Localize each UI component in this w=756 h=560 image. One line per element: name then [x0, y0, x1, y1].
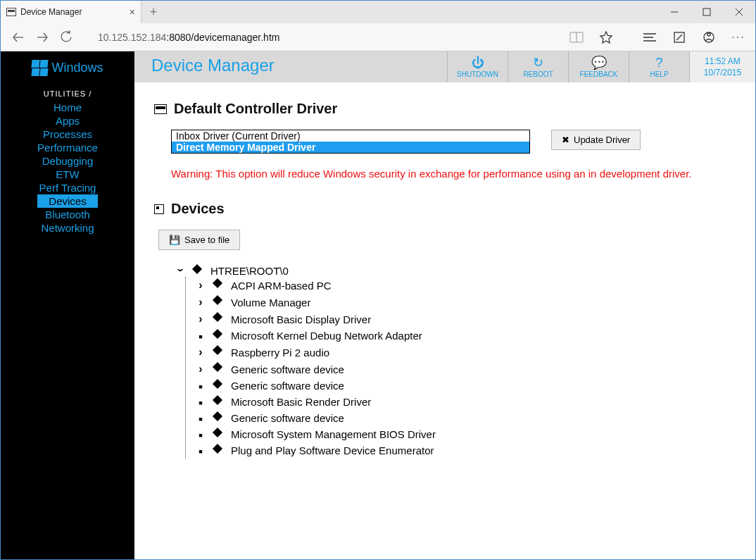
sidebar-item-perf-tracing[interactable]: Perf Tracing [37, 181, 98, 194]
section-devices: Devices [154, 201, 736, 217]
device-tree-item[interactable]: Microsoft Kernel Debug Network Adapter [186, 328, 736, 344]
device-icon [213, 413, 224, 424]
device-label: Generic software device [231, 380, 344, 392]
driver-option[interactable]: Direct Memory Mapped Driver [172, 142, 529, 153]
device-label: Volume Manager [231, 297, 310, 309]
page-topbar: Device Manager ⏻SHUTDOWN↻REBOOT💬FEEDBACK… [134, 51, 755, 82]
topbar-shutdown-button[interactable]: ⏻SHUTDOWN [447, 51, 508, 82]
window-titlebar: Device Manager × + [1, 1, 755, 23]
tree-toggle-icon[interactable] [196, 381, 206, 391]
device-label: Microsoft System Management BIOS Driver [231, 428, 436, 440]
devices-section-title: Devices [171, 201, 225, 217]
tree-toggle-icon[interactable] [196, 446, 206, 456]
sidebar-item-processes[interactable]: Processes [37, 127, 98, 141]
devices-section-icon [154, 204, 164, 214]
device-tree-item[interactable]: Plug and Play Software Device Enumerator [186, 442, 736, 459]
svg-rect-1 [703, 8, 710, 15]
sidebar-item-debugging[interactable]: Debugging [37, 154, 98, 168]
tree-root-label: HTREE\ROOT\0 [210, 265, 289, 277]
tree-toggle-icon[interactable] [196, 430, 206, 440]
favorites-star-icon[interactable] [595, 26, 617, 49]
sidebar-item-devices[interactable]: Devices [37, 194, 98, 208]
device-icon [213, 330, 224, 342]
device-tree-item[interactable]: Volume Manager [186, 294, 736, 311]
device-icon [213, 380, 224, 392]
device-tree-item[interactable]: Generic software device [186, 378, 736, 394]
share-icon[interactable] [698, 26, 720, 49]
tab-favicon [6, 8, 16, 16]
browser-toolbar: 10.125.152.184:8080/devicemanager.htm ··… [1, 23, 755, 51]
help-icon: ? [655, 56, 662, 69]
device-tree-item[interactable]: ACPI ARM-based PC [186, 277, 736, 294]
sidebar-item-apps[interactable]: Apps [37, 114, 98, 127]
window-close-button[interactable] [723, 1, 755, 23]
tree-toggle-icon[interactable] [196, 279, 206, 292]
device-icon [213, 363, 224, 375]
device-label: Microsoft Basic Render Driver [231, 396, 371, 408]
tree-toggle-icon[interactable] [196, 397, 206, 407]
device-label: Plug and Play Software Device Enumerator [231, 444, 434, 456]
address-bar[interactable]: 10.125.152.184:8080/devicemanager.htm [98, 32, 279, 43]
tree-toggle-icon[interactable] [196, 296, 206, 309]
topbar-feedback-button[interactable]: 💬FEEDBACK [568, 51, 629, 82]
date-text: 10/7/2015 [704, 68, 741, 77]
browser-tab[interactable]: Device Manager × [1, 1, 141, 23]
device-icon [213, 297, 224, 308]
reading-view-icon[interactable] [565, 26, 588, 49]
tree-toggle-icon[interactable] [196, 331, 206, 341]
sidebar-header: UTILITIES / [44, 89, 92, 98]
nav-forward-button[interactable] [30, 25, 54, 49]
update-driver-label: Update Driver [574, 135, 630, 145]
device-label: Raspberry Pi 2 audio [231, 347, 329, 359]
nav-back-button[interactable] [6, 25, 30, 49]
device-tree-item[interactable]: Microsoft Basic Display Driver [186, 311, 736, 328]
device-tree-item[interactable]: Microsoft System Management BIOS Driver [186, 426, 736, 442]
sidebar-item-networking[interactable]: Networking [37, 221, 98, 235]
hub-icon[interactable] [638, 26, 661, 49]
save-label: Save to file [184, 235, 229, 245]
page-title: Device Manager [134, 51, 291, 82]
update-icon: ✖ [562, 135, 569, 145]
tree-toggle-icon[interactable] [175, 266, 185, 276]
window-minimize-button[interactable] [658, 1, 691, 23]
window-maximize-button[interactable] [691, 1, 723, 23]
device-icon [213, 280, 224, 291]
device-icon [213, 347, 224, 358]
topbar-reboot-button[interactable]: ↻REBOOT [508, 51, 568, 82]
tab-title: Device Manager [20, 7, 82, 17]
driver-listbox[interactable]: Inbox Driver (Current Driver)Direct Memo… [171, 130, 530, 154]
webnote-icon[interactable] [668, 26, 691, 49]
save-icon: 💾 [169, 235, 180, 245]
feedback-icon: 💬 [591, 56, 607, 69]
device-label: Microsoft Basic Display Driver [231, 313, 371, 325]
sidebar-item-home[interactable]: Home [37, 101, 98, 114]
driver-option[interactable]: Inbox Driver (Current Driver) [172, 130, 529, 142]
device-tree: HTREE\ROOT\0ACPI ARM-based PCVolume Mana… [175, 263, 736, 461]
device-tree-item[interactable]: Raspberry Pi 2 audio [186, 344, 736, 361]
tree-toggle-icon[interactable] [196, 313, 206, 325]
device-tree-item[interactable]: Generic software device [186, 361, 736, 378]
sidebar-item-performance[interactable]: Performance [37, 141, 98, 154]
sidebar-item-bluetooth[interactable]: Bluetooth [37, 208, 98, 221]
sidebar: Windows UTILITIES / HomeAppsProcessesPer… [1, 51, 134, 559]
tree-toggle-icon[interactable] [196, 413, 206, 423]
save-to-file-button[interactable]: 💾 Save to file [158, 230, 240, 250]
tree-toggle-icon[interactable] [196, 363, 206, 375]
sidebar-item-etw[interactable]: ETW [37, 168, 98, 181]
update-driver-button[interactable]: ✖ Update Driver [551, 130, 641, 150]
device-tree-item[interactable]: Microsoft Basic Render Driver [186, 394, 736, 410]
new-tab-button[interactable]: + [141, 1, 165, 23]
nav-refresh-button[interactable] [54, 25, 78, 49]
device-icon [192, 266, 203, 277]
datetime-display: 11:52 AM 10/7/2015 [689, 51, 755, 82]
device-icon [213, 313, 224, 325]
close-tab-icon[interactable]: × [130, 6, 135, 18]
url-host: 10.125.152.184 [98, 32, 166, 43]
device-label: Microsoft Kernel Debug Network Adapter [231, 330, 422, 342]
topbar-help-button[interactable]: ?HELP [629, 51, 689, 82]
svg-line-13 [676, 35, 682, 40]
brand-text: Windows [51, 61, 103, 75]
tree-toggle-icon[interactable] [196, 346, 206, 359]
more-icon[interactable]: ··· [727, 26, 750, 49]
device-tree-item[interactable]: Generic software device [186, 410, 736, 426]
